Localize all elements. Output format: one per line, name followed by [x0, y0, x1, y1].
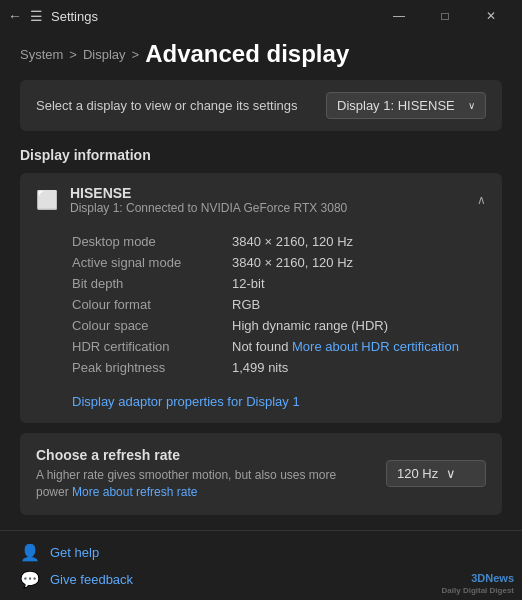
info-key-signal-mode: Active signal mode: [72, 255, 232, 270]
refresh-desc: A higher rate gives smoother motion, but…: [36, 467, 370, 501]
hamburger-icon[interactable]: ☰: [30, 8, 43, 24]
chevron-down-icon: ∨: [446, 466, 456, 481]
chevron-down-icon: ∨: [468, 100, 475, 111]
info-row-desktop-mode: Desktop mode 3840 × 2160, 120 Hz: [72, 231, 486, 252]
info-val-peak-brightness: 1,499 nits: [232, 360, 288, 375]
info-key-colour-format: Colour format: [72, 297, 232, 312]
breadcrumb-sep2: >: [132, 47, 140, 62]
refresh-title: Choose a refresh rate: [36, 447, 370, 463]
app-title: Settings: [51, 9, 368, 24]
info-key-bit-depth: Bit depth: [72, 276, 232, 291]
display-dropdown[interactable]: Display 1: HISENSE ∨: [326, 92, 486, 119]
breadcrumb-sep1: >: [69, 47, 77, 62]
maximize-button[interactable]: □: [422, 0, 468, 32]
info-row-colour-format: Colour format RGB: [72, 294, 486, 315]
info-val-colour-space: High dynamic range (HDR): [232, 318, 388, 333]
monitor-header[interactable]: ⬜ HISENSE Display 1: Connected to NVIDIA…: [20, 173, 502, 227]
page-title: Advanced display: [145, 40, 349, 68]
refresh-text: Choose a refresh rate A higher rate give…: [36, 447, 370, 501]
give-feedback-label: Give feedback: [50, 572, 133, 587]
info-table: Desktop mode 3840 × 2160, 120 Hz Active …: [20, 227, 502, 390]
display-selector-bar: Select a display to view or change its s…: [20, 80, 502, 131]
refresh-rate-section: Choose a refresh rate A higher rate give…: [20, 433, 502, 515]
get-help-link[interactable]: 👤 Get help: [20, 543, 502, 562]
window-controls: — □ ✕: [376, 0, 514, 32]
close-button[interactable]: ✕: [468, 0, 514, 32]
titlebar: ← ☰ Settings — □ ✕: [0, 0, 522, 32]
monitor-name: HISENSE: [70, 185, 465, 201]
minimize-button[interactable]: —: [376, 0, 422, 32]
get-help-label: Get help: [50, 545, 99, 560]
display-dropdown-value: Display 1: HISENSE: [337, 98, 455, 113]
breadcrumb: System > Display > Advanced display: [0, 32, 522, 80]
info-row-bit-depth: Bit depth 12-bit: [72, 273, 486, 294]
monitor-icon: ⬜: [36, 189, 58, 211]
info-row-signal-mode: Active signal mode 3840 × 2160, 120 Hz: [72, 252, 486, 273]
monitor-info: HISENSE Display 1: Connected to NVIDIA G…: [70, 185, 465, 215]
info-val-hdr-cert: Not found More about HDR certification: [232, 339, 459, 354]
info-val-bit-depth: 12-bit: [232, 276, 265, 291]
info-key-desktop-mode: Desktop mode: [72, 234, 232, 249]
feedback-icon: 💬: [20, 570, 40, 589]
breadcrumb-system[interactable]: System: [20, 47, 63, 62]
info-key-hdr-cert: HDR certification: [72, 339, 232, 354]
chevron-up-icon: ∧: [477, 193, 486, 207]
adapter-properties-link[interactable]: Display adaptor properties for Display 1: [72, 394, 300, 409]
refresh-dropdown-value: 120 Hz: [397, 466, 438, 481]
hdr-cert-link[interactable]: More about HDR certification: [292, 339, 459, 354]
monitor-subtitle: Display 1: Connected to NVIDIA GeForce R…: [70, 201, 465, 215]
give-feedback-link[interactable]: 💬 Give feedback: [20, 570, 502, 589]
info-key-colour-space: Colour space: [72, 318, 232, 333]
info-val-desktop-mode: 3840 × 2160, 120 Hz: [232, 234, 353, 249]
info-row-peak-brightness: Peak brightness 1,499 nits: [72, 357, 486, 378]
info-row-colour-space: Colour space High dynamic range (HDR): [72, 315, 486, 336]
breadcrumb-display[interactable]: Display: [83, 47, 126, 62]
help-icon: 👤: [20, 543, 40, 562]
monitor-card: ⬜ HISENSE Display 1: Connected to NVIDIA…: [20, 173, 502, 423]
info-val-colour-format: RGB: [232, 297, 260, 312]
display-selector-label: Select a display to view or change its s…: [36, 98, 298, 113]
adapter-link-container: Display adaptor properties for Display 1: [20, 390, 502, 423]
refresh-dropdown[interactable]: 120 Hz ∨: [386, 460, 486, 487]
watermark: 3DNews Daily Digital Digest: [442, 572, 514, 596]
refresh-more-link[interactable]: More about refresh rate: [72, 485, 197, 499]
section-title: Display information: [20, 147, 502, 163]
back-button[interactable]: ←: [8, 8, 22, 24]
info-row-hdr-cert: HDR certification Not found More about H…: [72, 336, 486, 357]
info-val-signal-mode: 3840 × 2160, 120 Hz: [232, 255, 353, 270]
info-key-peak-brightness: Peak brightness: [72, 360, 232, 375]
main-content: Select a display to view or change its s…: [0, 80, 522, 522]
